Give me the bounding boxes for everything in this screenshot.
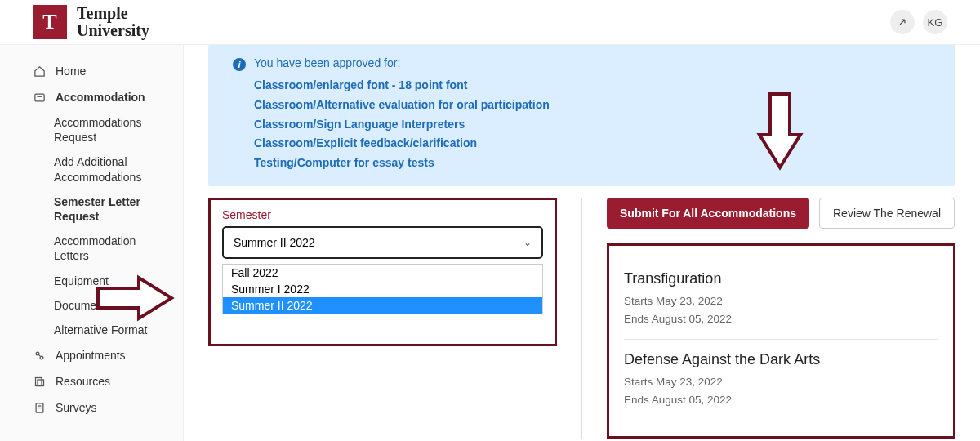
svg-rect-0 xyxy=(34,94,43,101)
course-title: Defense Against the Dark Arts xyxy=(624,351,938,368)
svg-rect-5 xyxy=(35,377,42,385)
sidebar-sub-semester-letter[interactable]: Semester Letter Request xyxy=(0,189,183,229)
sidebar-item-accommodation[interactable]: Accommodation xyxy=(0,84,183,110)
sidebar-sub-accommodations-request[interactable]: Accommodations Request xyxy=(0,110,183,149)
sidebar-sub-alternative-format[interactable]: Alternative Format xyxy=(0,318,183,342)
semester-label: Semester xyxy=(222,208,543,221)
sidebar-item-surveys[interactable]: Surveys xyxy=(0,394,183,421)
sidebar-item-appointments[interactable]: Appointments xyxy=(0,342,183,368)
sidebar-item-resources[interactable]: Resources xyxy=(0,368,183,394)
sidebar-item-label: Resources xyxy=(56,375,110,388)
sidebar: Home Accommodation Accommodations Reques… xyxy=(0,45,184,441)
banner-link[interactable]: Classroom/Alternative evaluation for ora… xyxy=(233,96,931,115)
svg-line-4 xyxy=(38,354,39,355)
banner-link[interactable]: Classroom/Sign Language Interpreters xyxy=(233,115,931,135)
sidebar-item-home[interactable]: Home xyxy=(0,58,183,84)
user-avatar[interactable]: KG xyxy=(923,10,947,34)
course-end: Ends August 05, 2022 xyxy=(624,391,938,409)
sidebar-item-label: Surveys xyxy=(56,401,97,414)
svg-rect-6 xyxy=(38,380,44,386)
resources-icon xyxy=(33,376,46,388)
semester-dropdown: Fall 2022 Summer I 2022 Summer II 2022 xyxy=(222,264,543,314)
sidebar-sub-documents[interactable]: Documents xyxy=(0,293,183,318)
chevron-down-icon: ⌄ xyxy=(523,237,532,248)
semester-selector-panel: Semester Summer II 2022 ⌄ Fall 2022 Summ… xyxy=(208,198,557,346)
semester-option[interactable]: Fall 2022 xyxy=(223,265,542,281)
appointments-icon xyxy=(33,350,46,362)
logo-text: Temple University xyxy=(77,5,149,39)
course-end: Ends August 05, 2022 xyxy=(624,310,938,328)
submit-all-button[interactable]: Submit For All Accommodations xyxy=(607,198,809,229)
course-start: Starts May 23, 2022 xyxy=(624,373,938,391)
sidebar-sub-accommodation-letters[interactable]: Accommodation Letters xyxy=(0,229,183,268)
approval-banner: i You have been approved for: Classroom/… xyxy=(208,45,956,186)
semester-option[interactable]: Summer I 2022 xyxy=(223,281,542,297)
course-item: Transfiguration Starts May 23, 2022 Ends… xyxy=(624,259,938,339)
svg-point-2 xyxy=(36,352,39,355)
sidebar-sub-add-additional[interactable]: Add Additional Accommodations xyxy=(0,149,183,189)
surveys-icon xyxy=(33,402,46,414)
sidebar-item-label: Appointments xyxy=(56,349,126,362)
sidebar-item-label: Home xyxy=(56,65,86,78)
semester-option[interactable]: Summer II 2022 xyxy=(223,297,542,314)
banner-link[interactable]: Classroom/Explicit feedback/clarificatio… xyxy=(233,134,931,154)
accommodation-icon xyxy=(33,91,46,104)
home-icon xyxy=(33,65,46,78)
sidebar-sub-equipment[interactable]: Equipment xyxy=(0,269,183,293)
semester-selected-value: Summer II 2022 xyxy=(234,236,315,249)
banner-link[interactable]: Classroom/enlarged font - 18 point font xyxy=(233,76,931,96)
expand-icon[interactable] xyxy=(890,10,915,34)
sidebar-item-label: Accommodation xyxy=(56,91,145,104)
logo[interactable]: T Temple University xyxy=(33,5,149,39)
banner-intro: You have been approved for: xyxy=(254,56,400,71)
semester-select[interactable]: Summer II 2022 ⌄ xyxy=(222,226,543,259)
banner-link[interactable]: Testing/Computer for essay tests xyxy=(233,154,931,173)
course-item: Defense Against the Dark Arts Starts May… xyxy=(624,339,938,420)
svg-point-3 xyxy=(40,356,43,359)
course-start: Starts May 23, 2022 xyxy=(624,292,938,310)
review-renewal-button[interactable]: Review The Renewal xyxy=(819,198,955,229)
info-icon: i xyxy=(233,58,246,71)
logo-mark: T xyxy=(33,5,67,39)
course-title: Transfiguration xyxy=(624,270,938,287)
courses-panel: Transfiguration Starts May 23, 2022 Ends… xyxy=(607,243,956,439)
